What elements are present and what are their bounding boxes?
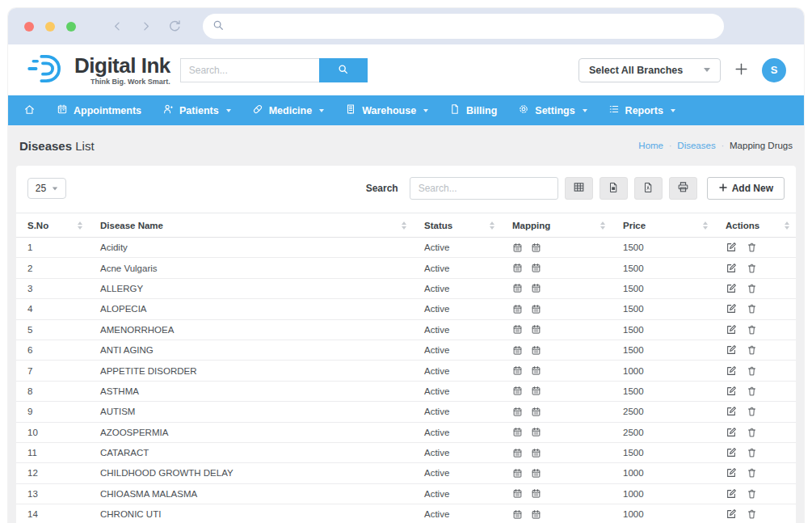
mapping-calendar-icon-2[interactable]: [531, 345, 541, 356]
logo[interactable]: Digital Ink Think Big. Work Smart.: [26, 52, 170, 89]
column-header-price[interactable]: Price: [612, 213, 714, 238]
delete-icon[interactable]: [747, 467, 757, 479]
delete-icon[interactable]: [747, 508, 757, 520]
edit-icon[interactable]: [726, 344, 737, 356]
delete-icon[interactable]: [747, 283, 757, 294]
mapping-calendar-icon-2[interactable]: [531, 468, 541, 479]
sort-icon[interactable]: [78, 221, 82, 230]
table-row: 6 ANTI AGING Active 1500: [16, 340, 796, 360]
nav-item-patients[interactable]: Patients: [152, 95, 242, 125]
edit-icon[interactable]: [726, 427, 737, 438]
print-button[interactable]: [669, 177, 697, 200]
mapping-calendar-icon-1[interactable]: [512, 243, 523, 253]
add-branch-button[interactable]: [734, 61, 749, 79]
delete-icon[interactable]: [747, 303, 757, 314]
mapping-calendar-icon-2[interactable]: [531, 243, 541, 253]
column-header-disease-name[interactable]: Disease Name: [89, 213, 413, 238]
mapping-calendar-icon-1[interactable]: [512, 386, 523, 396]
nav-item-warehouse[interactable]: Warehouse: [334, 95, 439, 125]
breadcrumb-diseases[interactable]: Diseases: [677, 141, 715, 150]
delete-icon[interactable]: [747, 427, 757, 438]
mapping-calendar-icon-1[interactable]: [512, 283, 523, 293]
delete-icon[interactable]: [747, 406, 757, 417]
delete-icon[interactable]: [747, 447, 757, 458]
mapping-calendar-icon-2[interactable]: [531, 407, 541, 417]
mapping-calendar-icon-1[interactable]: [512, 345, 523, 356]
mapping-calendar-icon-2[interactable]: [531, 386, 541, 396]
nav-item-appointments[interactable]: Appointments: [46, 95, 152, 125]
mapping-calendar-icon-2[interactable]: [531, 448, 541, 458]
breadcrumb-home[interactable]: Home: [638, 141, 663, 150]
delete-icon[interactable]: [747, 386, 757, 397]
nav-item-home[interactable]: [13, 95, 46, 125]
column-header-sno[interactable]: S.No: [16, 213, 89, 238]
nav-item-medicine[interactable]: Medicine: [242, 95, 335, 125]
branch-select[interactable]: Select All Branches: [578, 58, 721, 82]
edit-icon[interactable]: [726, 386, 737, 397]
mapping-calendar-icon-2[interactable]: [531, 509, 541, 520]
edit-icon[interactable]: [726, 242, 737, 253]
mapping-calendar-icon-2[interactable]: [531, 283, 541, 293]
column-header-mapping[interactable]: Mapping: [501, 213, 612, 238]
mapping-calendar-icon-1[interactable]: [512, 488, 523, 499]
edit-icon[interactable]: [726, 324, 737, 335]
edit-icon[interactable]: [726, 365, 737, 377]
mapping-calendar-icon-2[interactable]: [531, 488, 541, 499]
column-header-status[interactable]: Status: [413, 213, 501, 238]
mapping-calendar-icon-1[interactable]: [512, 468, 523, 479]
export-excel-button[interactable]: [600, 177, 628, 200]
back-icon[interactable]: [111, 20, 124, 32]
mapping-calendar-icon-2[interactable]: [531, 324, 541, 335]
user-avatar[interactable]: S: [762, 58, 786, 82]
mapping-calendar-icon-1[interactable]: [512, 427, 523, 437]
mapping-calendar-icon-2[interactable]: [531, 365, 541, 376]
maximize-window-button[interactable]: [66, 22, 76, 32]
mapping-calendar-icon-2[interactable]: [531, 427, 541, 437]
nav-item-settings[interactable]: Settings: [507, 95, 597, 125]
edit-icon[interactable]: [726, 263, 737, 274]
mapping-calendar-icon-1[interactable]: [512, 407, 523, 417]
column-header-actions[interactable]: Actions: [714, 213, 796, 238]
header-search-input[interactable]: [180, 58, 319, 82]
mapping-calendar-icon-1[interactable]: [512, 448, 523, 458]
nav-item-billing[interactable]: Billing: [439, 95, 507, 125]
edit-icon[interactable]: [726, 467, 737, 479]
mapping-calendar-icon-1[interactable]: [512, 365, 523, 376]
edit-icon[interactable]: [726, 283, 737, 294]
nav-item-reports[interactable]: Reports: [598, 95, 686, 125]
mapping-calendar-icon-1[interactable]: [512, 304, 523, 314]
column-visibility-button[interactable]: [565, 177, 593, 200]
header-search-button[interactable]: [319, 58, 368, 82]
delete-icon[interactable]: [747, 344, 757, 356]
add-new-button[interactable]: Add New: [707, 177, 785, 200]
mapping-calendar-icon-1[interactable]: [512, 509, 523, 520]
delete-icon[interactable]: [747, 242, 757, 253]
edit-icon[interactable]: [726, 406, 737, 417]
edit-icon[interactable]: [726, 303, 737, 314]
mapping-calendar-icon-2[interactable]: [531, 304, 541, 314]
forward-icon[interactable]: [140, 20, 152, 32]
sort-icon[interactable]: [490, 221, 494, 230]
url-input[interactable]: [230, 21, 714, 32]
minimize-window-button[interactable]: [45, 22, 55, 32]
delete-icon[interactable]: [747, 365, 757, 377]
mapping-calendar-icon-1[interactable]: [512, 263, 523, 273]
table-search-input[interactable]: [410, 177, 558, 200]
sort-icon[interactable]: [402, 221, 406, 230]
edit-icon[interactable]: [726, 488, 737, 500]
mapping-calendar-icon-2[interactable]: [531, 263, 541, 273]
edit-icon[interactable]: [726, 447, 737, 458]
sort-icon[interactable]: [703, 221, 708, 230]
delete-icon[interactable]: [747, 324, 757, 335]
edit-icon[interactable]: [726, 508, 737, 520]
sort-icon[interactable]: [600, 221, 605, 230]
url-bar[interactable]: [203, 14, 724, 39]
sort-icon[interactable]: [785, 221, 789, 230]
close-window-button[interactable]: [24, 22, 34, 32]
delete-icon[interactable]: [747, 263, 757, 274]
export-pdf-button[interactable]: [634, 177, 663, 200]
delete-icon[interactable]: [747, 488, 757, 500]
reload-icon[interactable]: [168, 19, 182, 33]
mapping-calendar-icon-1[interactable]: [512, 324, 523, 335]
page-length-select[interactable]: 25: [27, 178, 66, 199]
